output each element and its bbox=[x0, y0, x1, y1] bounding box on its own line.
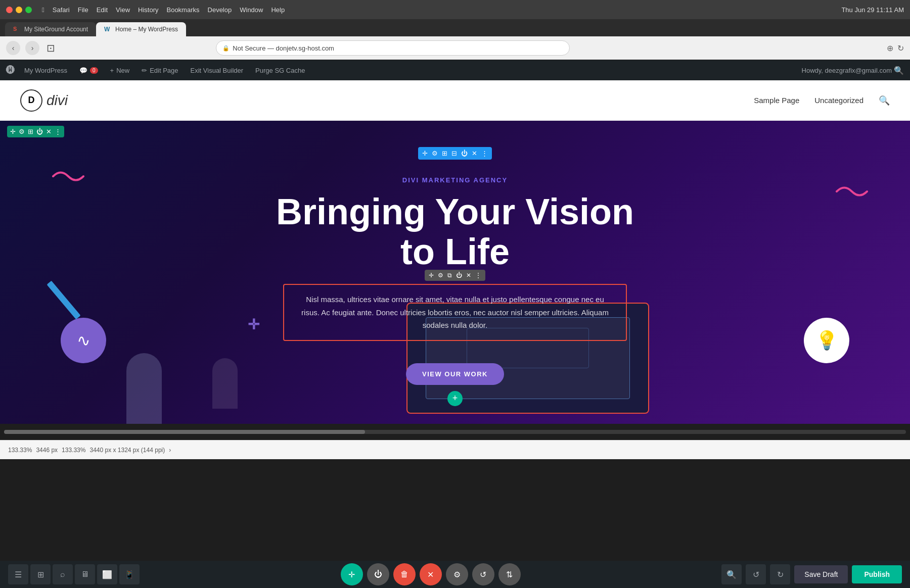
center-arrows-button[interactable]: ⇅ bbox=[498, 563, 521, 585]
module-delete-icon[interactable]: ✕ bbox=[466, 272, 471, 279]
row-more-icon[interactable]: ⋮ bbox=[481, 150, 488, 157]
menu-view[interactable]: View bbox=[116, 6, 130, 14]
site-search-icon[interactable]: 🔍 bbox=[879, 95, 890, 106]
section-toolbar-icons[interactable]: ✛ ⚙ ⊞ ⏻ ✕ ⋮ bbox=[7, 126, 64, 137]
module-add-icon[interactable]: ✛ bbox=[429, 272, 434, 279]
tab-wordpress[interactable]: W Home – My WordPress bbox=[96, 22, 186, 36]
section-builder-toolbar[interactable]: ✛ ⚙ ⊞ ⏻ ✕ ⋮ bbox=[7, 126, 64, 137]
menu-edit[interactable]: Edit bbox=[97, 6, 108, 14]
section-settings-icon[interactable]: ⚙ bbox=[19, 128, 25, 135]
forward-button[interactable]: › bbox=[25, 41, 39, 55]
center-trash-button[interactable]: 🗑 bbox=[393, 563, 416, 585]
cta-wrap: VIEW OUR WORK bbox=[0, 351, 910, 385]
menu-apple[interactable]:  bbox=[42, 6, 44, 14]
divi-logo[interactable]: D divi bbox=[20, 89, 68, 112]
admin-bar-purge-cache[interactable]: Purge SG Cache bbox=[250, 60, 310, 80]
reload-icon[interactable]: ↻ bbox=[897, 43, 904, 53]
hero-text-block[interactable]: Nisl massa, ultrices vitae ornare sit am… bbox=[283, 284, 627, 341]
row-delete-icon[interactable]: ✕ bbox=[472, 150, 477, 157]
section-delete-icon[interactable]: ✕ bbox=[46, 128, 52, 135]
admin-bar-edit-page[interactable]: ✏ Edit Page bbox=[136, 60, 183, 80]
close-button[interactable] bbox=[6, 7, 13, 13]
horizontal-scrollbar[interactable] bbox=[0, 424, 910, 440]
section-duplicate-icon[interactable]: ⊞ bbox=[28, 128, 33, 135]
nav-sample-page[interactable]: Sample Page bbox=[754, 96, 799, 105]
module-more-icon[interactable]: ⋮ bbox=[475, 272, 481, 279]
module-settings-icon[interactable]: ⚙ bbox=[438, 272, 443, 279]
row-disable-icon[interactable]: ⏻ bbox=[461, 150, 468, 157]
bottom-bar-left-tools: ☰ ⊞ ⌕ 🖥 ⬜ 📱 bbox=[8, 564, 140, 584]
bottom-grid-icon[interactable]: ⊞ bbox=[30, 564, 51, 584]
center-settings-button[interactable]: ⚙ bbox=[446, 563, 468, 585]
row-settings-icon[interactable]: ⚙ bbox=[432, 150, 438, 157]
menu-bookmarks[interactable]: Bookmarks bbox=[166, 6, 199, 14]
center-add-button[interactable]: ✛ bbox=[341, 563, 363, 585]
row-cols-icon[interactable]: ⊟ bbox=[451, 150, 457, 157]
center-history-button[interactable]: ↺ bbox=[472, 563, 494, 585]
nav-uncategorized[interactable]: Uncategorized bbox=[814, 96, 863, 105]
text-module-selected[interactable]: ✛ ⚙ ⧉ ⏻ ✕ ⋮ Nisl massa, ultrices vitae o… bbox=[283, 284, 627, 341]
menu-window[interactable]: Window bbox=[240, 6, 263, 14]
center-power-button[interactable]: ⏻ bbox=[367, 563, 389, 585]
mac-menu-bar:  Safari File Edit View History Bookmark… bbox=[42, 6, 285, 14]
section-disable-icon[interactable]: ⏻ bbox=[36, 128, 43, 135]
back-button[interactable]: ‹ bbox=[6, 41, 20, 55]
module-disable-icon[interactable]: ⏻ bbox=[456, 272, 462, 279]
tab-siteground[interactable]: S My SiteGround Account bbox=[5, 22, 96, 36]
center-close-button[interactable]: ✕ bbox=[420, 563, 442, 585]
module-copy-icon[interactable]: ⧉ bbox=[447, 272, 452, 279]
zoom-percent-2: 133.33% bbox=[62, 447, 85, 454]
comments-icon: 💬 bbox=[79, 67, 87, 74]
scrollbar-track[interactable] bbox=[4, 430, 906, 434]
edit-page-label: Edit Page bbox=[150, 67, 178, 74]
bottom-search-icon[interactable]: ⌕ bbox=[53, 564, 73, 584]
dimensions-detail: 3440 px x 1324 px (144 ppi) bbox=[89, 447, 165, 454]
save-draft-button[interactable]: Save Draft bbox=[794, 565, 848, 583]
mac-status-icons: Thu Jun 29 11:11 AM bbox=[841, 6, 904, 14]
site-header: D divi Sample Page Uncategorized 🔍 bbox=[0, 80, 910, 121]
publish-button[interactable]: Publish bbox=[852, 565, 902, 583]
menu-safari[interactable]: Safari bbox=[53, 6, 70, 14]
extensions-icon[interactable]: ⊕ bbox=[887, 43, 893, 53]
tab-siteground-label: My SiteGround Account bbox=[24, 26, 88, 33]
maximize-button[interactable] bbox=[25, 7, 32, 13]
admin-bar-exit-vb[interactable]: Exit Visual Builder bbox=[186, 60, 249, 80]
menu-help[interactable]: Help bbox=[271, 6, 285, 14]
bottom-undo-icon[interactable]: ↺ bbox=[746, 564, 766, 584]
module-toolbar[interactable]: ✛ ⚙ ⧉ ⏻ ✕ ⋮ bbox=[425, 270, 485, 281]
admin-bar-site-name[interactable]: My WordPress bbox=[19, 60, 72, 80]
bottom-redo-icon[interactable]: ↻ bbox=[770, 564, 790, 584]
new-label: New bbox=[116, 67, 129, 74]
divi-logo-text: divi bbox=[47, 92, 68, 109]
bottom-desktop-icon[interactable]: 🖥 bbox=[75, 564, 95, 584]
bottom-tablet-icon[interactable]: ⬜ bbox=[97, 564, 117, 584]
wp-admin-bar: 🅦 My WordPress 💬 0 + New ✏ Edit Page Exi… bbox=[0, 60, 910, 80]
add-section-button[interactable]: + bbox=[447, 391, 463, 406]
status-bar: 133.33% 3446 px 133.33% 3440 px x 1324 p… bbox=[0, 440, 910, 459]
row-layout-icon[interactable]: ⊞ bbox=[442, 150, 447, 157]
menu-file[interactable]: File bbox=[78, 6, 88, 14]
bottom-search-right-icon[interactable]: 🔍 bbox=[721, 564, 742, 584]
search-admin-icon[interactable]: 🔍 bbox=[894, 66, 904, 75]
menu-develop[interactable]: Develop bbox=[208, 6, 232, 14]
mac-window-controls[interactable] bbox=[6, 7, 32, 13]
section-add-icon[interactable]: ✛ bbox=[10, 128, 16, 135]
row-add-icon[interactable]: ✛ bbox=[422, 150, 428, 157]
sidebar-toggle[interactable]: ⊡ bbox=[47, 42, 55, 54]
row-toolbar[interactable]: ✛ ⚙ ⊞ ⊟ ⏻ ✕ ⋮ bbox=[418, 147, 492, 160]
admin-bar-right: Howdy, deezgrafix@gmail.com 🔍 bbox=[802, 66, 904, 75]
wp-logo-icon[interactable]: 🅦 bbox=[6, 65, 15, 76]
menu-history[interactable]: History bbox=[138, 6, 158, 14]
comments-count: 0 bbox=[90, 67, 98, 74]
minimize-button[interactable] bbox=[16, 7, 22, 13]
tab-wordpress-label: Home – My WordPress bbox=[115, 26, 178, 33]
scrollbar-thumb[interactable] bbox=[4, 430, 365, 434]
address-bar[interactable]: 🔒 Not Secure — donjetv.sg-host.com bbox=[216, 40, 570, 56]
section-more-icon[interactable]: ⋮ bbox=[55, 128, 61, 135]
admin-bar-comments[interactable]: 💬 0 bbox=[74, 60, 103, 80]
admin-bar-new[interactable]: + New bbox=[105, 60, 135, 80]
exit-vb-label: Exit Visual Builder bbox=[191, 67, 244, 74]
cta-button[interactable]: VIEW OUR WORK bbox=[406, 363, 504, 385]
bottom-mobile-icon[interactable]: 📱 bbox=[119, 564, 140, 584]
bottom-menu-icon[interactable]: ☰ bbox=[8, 564, 28, 584]
